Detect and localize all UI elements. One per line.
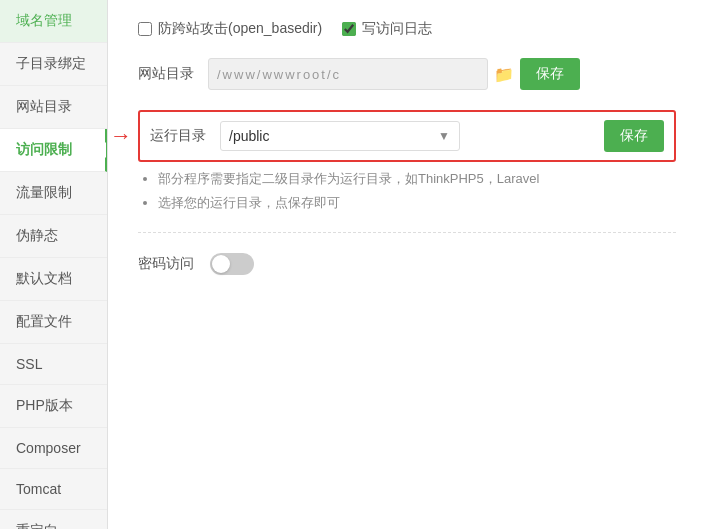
sidebar-item-config-file[interactable]: 配置文件 [0, 301, 107, 344]
red-arrow-indicator: → [110, 123, 132, 149]
sidebar-item-site-dir[interactable]: 网站目录 [0, 86, 107, 129]
sidebar-item-traffic-limit[interactable]: 流量限制 [0, 172, 107, 215]
sidebar-item-label: 访问限制 [16, 141, 72, 159]
run-dir-save-button[interactable]: 保存 [604, 120, 664, 152]
sidebar-item-label: 流量限制 [16, 184, 72, 202]
run-dir-select-wrapper: /public / /app /web ▼ [220, 121, 594, 151]
open-basedir-checkbox-label[interactable]: 防跨站攻击(open_basedir) [138, 20, 322, 38]
run-dir-section: → 运行目录 /public / /app /web ▼ 保存 [138, 110, 676, 162]
site-dir-save-button[interactable]: 保存 [520, 58, 580, 90]
sidebar-item-ssl[interactable]: SSL [0, 344, 107, 385]
folder-icon: 📁 [494, 66, 514, 83]
sidebar-item-label: Tomcat [16, 481, 61, 497]
toggle-knob [212, 255, 230, 273]
write-log-label: 写访问日志 [362, 20, 432, 38]
sidebar-item-label: 域名管理 [16, 12, 72, 30]
folder-button[interactable]: 📁 [488, 61, 520, 88]
write-log-checkbox-label[interactable]: 写访问日志 [342, 20, 432, 38]
sidebar-item-label: PHP版本 [16, 397, 73, 415]
sidebar-item-label: 伪静态 [16, 227, 58, 245]
sidebar-item-label: 重定向 [16, 522, 58, 529]
sidebar-item-label: 配置文件 [16, 313, 72, 331]
open-basedir-label: 防跨站攻击(open_basedir) [158, 20, 322, 38]
site-dir-input[interactable] [208, 58, 488, 90]
sidebar: 域名管理 子目录绑定 网站目录 访问限制 流量限制 伪静态 默认文档 配置文件 … [0, 0, 108, 529]
sidebar-item-access-limit[interactable]: 访问限制 [0, 129, 107, 172]
sidebar-item-default-doc[interactable]: 默认文档 [0, 258, 107, 301]
sidebar-item-pseudo-static[interactable]: 伪静态 [0, 215, 107, 258]
sidebar-item-label: Composer [16, 440, 81, 456]
site-dir-row: 网站目录 📁 保存 [138, 58, 676, 90]
sidebar-item-label: SSL [16, 356, 42, 372]
hint-item-2: 选择您的运行目录，点保存即可 [158, 194, 676, 212]
run-dir-label: 运行目录 [150, 127, 220, 145]
sidebar-item-label: 默认文档 [16, 270, 72, 288]
section-divider [138, 232, 676, 233]
write-log-checkbox[interactable] [342, 22, 356, 36]
sidebar-item-domain-mgmt[interactable]: 域名管理 [0, 0, 107, 43]
sidebar-item-label: 网站目录 [16, 98, 72, 116]
sidebar-item-label: 子目录绑定 [16, 55, 86, 73]
sidebar-item-composer[interactable]: Composer [0, 428, 107, 469]
password-access-label: 密码访问 [138, 255, 194, 273]
sidebar-item-php-version[interactable]: PHP版本 [0, 385, 107, 428]
sidebar-item-subdir-bind[interactable]: 子目录绑定 [0, 43, 107, 86]
hint-item-1: 部分程序需要指定二级目录作为运行目录，如ThinkPHP5，Laravel [158, 170, 676, 188]
sidebar-item-redirect[interactable]: 重定向 [0, 510, 107, 529]
run-dir-select[interactable]: /public / /app /web [220, 121, 460, 151]
main-content: 防跨站攻击(open_basedir) 写访问日志 网站目录 📁 保存 → 运行… [108, 0, 706, 529]
hint-list: 部分程序需要指定二级目录作为运行目录，如ThinkPHP5，Laravel 选择… [138, 170, 676, 212]
sidebar-item-tomcat[interactable]: Tomcat [0, 469, 107, 510]
run-dir-row: 运行目录 /public / /app /web ▼ 保存 [138, 110, 676, 162]
password-toggle[interactable] [210, 253, 254, 275]
open-basedir-checkbox[interactable] [138, 22, 152, 36]
checkboxes-row: 防跨站攻击(open_basedir) 写访问日志 [138, 20, 676, 38]
site-dir-label: 网站目录 [138, 65, 208, 83]
password-access-row: 密码访问 [138, 253, 676, 275]
